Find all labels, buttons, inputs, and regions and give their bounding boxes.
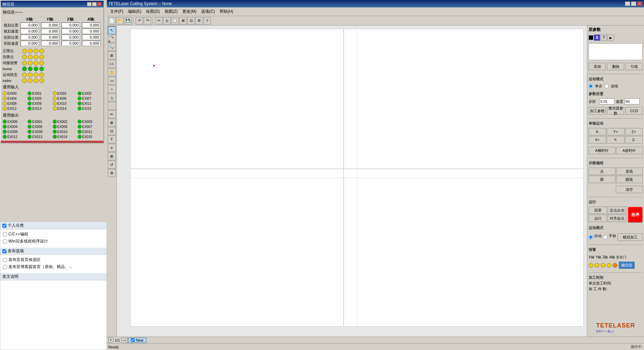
continuous-radio[interactable] xyxy=(604,84,609,88)
canvas-area[interactable] xyxy=(117,26,587,337)
toolbar-paste[interactable]: 📋 xyxy=(171,17,179,25)
tool-dot[interactable]: · xyxy=(108,102,116,110)
toolbar-separator xyxy=(152,17,154,25)
toolbar-redo[interactable]: ↷ xyxy=(144,17,151,25)
estop-btn[interactable]: 急停 xyxy=(628,207,643,223)
x-plus-btn[interactable]: X+ xyxy=(589,136,606,143)
blog-item-checkbox[interactable] xyxy=(3,232,7,236)
layer-s-icon[interactable]: S xyxy=(594,35,600,41)
io-led xyxy=(28,101,32,105)
list-item: EX003 xyxy=(78,120,101,124)
minimize-btn[interactable]: — xyxy=(625,1,630,6)
dot-btn[interactable]: 点 xyxy=(589,168,615,175)
toolbar-new[interactable]: 📄 xyxy=(108,17,116,25)
toolbar-btn1[interactable]: ⊞ xyxy=(179,17,187,25)
tool-zoom-real[interactable]: 1:1 xyxy=(108,60,116,68)
category-checkbox[interactable] xyxy=(2,224,6,228)
light-btn[interactable]: 定点出光 xyxy=(608,207,626,214)
toolbar-copy[interactable]: ⎘ xyxy=(163,17,171,25)
menu-options[interactable]: 选项(C) xyxy=(199,8,217,15)
process-param-btn[interactable]: 加工参数 xyxy=(589,107,606,115)
tool-triangle[interactable]: △ xyxy=(108,93,116,101)
toolbar-btn4[interactable]: ? xyxy=(203,17,211,25)
guide-btn[interactable]: 引线 xyxy=(626,63,643,70)
led-motion-x xyxy=(22,73,27,77)
toolbar-open[interactable]: 📂 xyxy=(116,17,124,25)
tool-group[interactable]: ⊞ xyxy=(108,152,116,160)
tool-pan[interactable]: ✋ xyxy=(108,68,116,76)
layer-extra-icon[interactable]: ▶ xyxy=(607,35,614,41)
menu-help[interactable]: 帮助(H) xyxy=(218,8,235,15)
pub-item-checkbox[interactable] xyxy=(3,258,7,262)
tool-zoom-fit[interactable]: ⊞ xyxy=(108,51,116,59)
arc-btn[interactable]: 圆弧 xyxy=(616,176,643,183)
tool-refresh[interactable]: ↺ xyxy=(108,161,116,169)
menu-draw[interactable]: 绘图(D) xyxy=(144,8,162,15)
tool-edit2[interactable]: ⊞ xyxy=(108,119,116,127)
a-clockwise-btn[interactable]: A顺时针 xyxy=(589,147,615,154)
prev-page-btn[interactable]: + xyxy=(108,338,113,343)
axis-info-btn[interactable]: 轴信息 xyxy=(619,262,635,269)
clear-btn[interactable]: 清空 xyxy=(616,186,643,193)
laser-param-btn[interactable]: 激光器参数 xyxy=(607,107,624,115)
y-plus-btn[interactable]: Y+ xyxy=(607,128,624,135)
toolbar-cut[interactable]: ✂ xyxy=(155,17,163,25)
blog-item-checkbox[interactable] xyxy=(3,239,7,244)
toolbar-btn2[interactable]: ⊡ xyxy=(187,17,195,25)
y-minus-btn[interactable]: Y- xyxy=(607,136,624,143)
tab-checkbox[interactable] xyxy=(131,338,135,342)
home-btn[interactable]: 回零 xyxy=(589,207,607,214)
z-plus-btn[interactable]: Z+ xyxy=(625,128,643,135)
resize-handle[interactable] xyxy=(1,141,103,143)
run-btn[interactable]: 运行 xyxy=(589,215,607,222)
layer-q-icon[interactable]: ? xyxy=(601,35,607,41)
tool-circle[interactable]: ○ xyxy=(108,85,116,93)
menu-edit[interactable]: 编辑(E) xyxy=(126,8,143,15)
speed-input[interactable] xyxy=(625,98,640,104)
close-btn[interactable]: ✕ xyxy=(637,1,642,6)
tool-settings[interactable]: ⚙ xyxy=(108,169,116,177)
toolbar-save[interactable]: 💾 xyxy=(124,17,132,25)
circle-btn[interactable]: 圆 xyxy=(589,176,615,183)
step-input[interactable] xyxy=(599,98,614,104)
align-btn[interactable]: 对齐起点 xyxy=(608,215,626,222)
step-radio[interactable] xyxy=(589,84,593,88)
pub-item-checkbox[interactable] xyxy=(3,265,7,269)
auto-radio[interactable] xyxy=(589,233,593,241)
toolbar-btn3[interactable]: ⚙ xyxy=(195,17,203,25)
ccd-btn[interactable]: CCD xyxy=(626,107,643,115)
axis-restore-btn[interactable]: □ xyxy=(92,2,97,6)
simulate-btn[interactable]: 模拟加工 xyxy=(617,233,643,241)
tool-text[interactable]: T xyxy=(108,135,116,143)
z-minus-btn[interactable]: Z- xyxy=(625,136,643,143)
pub-checkbox[interactable] xyxy=(2,249,6,253)
axis-minimize-btn[interactable]: — xyxy=(87,2,92,6)
tool-edit1[interactable]: ✏ xyxy=(108,110,116,118)
restore-btn[interactable]: □ xyxy=(631,1,636,6)
status-bar: Ready 当计个: xyxy=(107,343,644,350)
tool-rect[interactable]: ▭ xyxy=(108,77,116,85)
x-minus-btn[interactable]: X- xyxy=(589,128,606,135)
tab-new[interactable]: New xyxy=(128,338,146,343)
delete-layer-btn[interactable]: 删除 xyxy=(607,63,624,70)
add-layer-btn[interactable]: 添加 xyxy=(589,63,606,70)
publish-options-header: 发布选项 xyxy=(0,248,106,255)
step-label: 步距 xyxy=(589,99,598,104)
tool-zoom-in[interactable]: 🔍+ xyxy=(108,35,116,43)
menu-view[interactable]: 视图(Z) xyxy=(163,8,180,15)
list-item: 发布至博客园首页（原创、精品、... xyxy=(3,263,104,270)
layer-color-swatch[interactable] xyxy=(589,35,593,40)
line-btn[interactable]: 直线 xyxy=(616,168,643,175)
menu-change[interactable]: 更改(M) xyxy=(180,8,198,15)
io-led xyxy=(53,120,57,124)
tool-zoom-out[interactable]: 🔍- xyxy=(108,43,116,51)
toolbar-undo[interactable]: ↶ xyxy=(136,17,143,25)
a-counter-btn[interactable]: A逆时针 xyxy=(616,147,643,154)
menu-file[interactable]: 文件(F) xyxy=(108,8,125,15)
manual-radio[interactable] xyxy=(603,233,607,241)
next-page-btn[interactable]: — xyxy=(121,338,128,343)
tool-edit3[interactable]: ⊡ xyxy=(108,127,116,135)
canvas-drawing-area[interactable] xyxy=(130,29,584,326)
axis-close-btn[interactable]: ✕ xyxy=(97,2,102,6)
tool-align[interactable]: ≡ xyxy=(108,144,116,152)
